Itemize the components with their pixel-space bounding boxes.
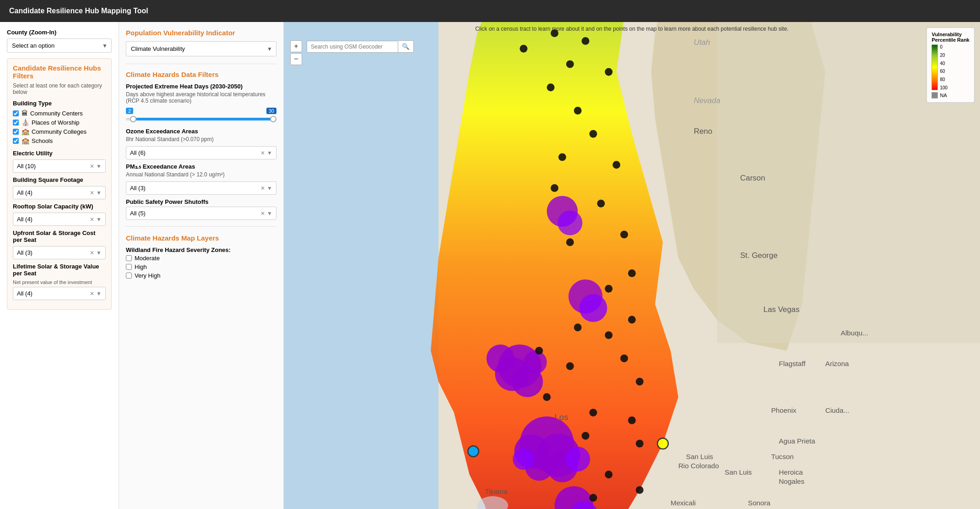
legend-na-box	[931, 92, 938, 99]
community-centers-checkbox[interactable]	[13, 110, 19, 116]
rooftop-solar-expand[interactable]: ▼	[96, 216, 102, 223]
svg-point-46	[636, 440, 644, 448]
svg-point-42	[543, 393, 551, 401]
svg-point-27	[558, 153, 566, 161]
svg-point-36	[605, 331, 612, 339]
svg-point-44	[628, 416, 636, 424]
svg-point-18	[579, 294, 607, 322]
ozone-sublabel: 8hr National Standard (>0.070 ppm)	[126, 136, 276, 142]
rooftop-solar-controls: ✕ ▼	[90, 216, 102, 223]
schools-checkbox[interactable]	[13, 138, 19, 144]
svg-text:Arizona: Arizona	[825, 360, 849, 367]
pm-expand[interactable]: ▼	[267, 185, 272, 192]
ozone-clear[interactable]: ✕	[260, 150, 265, 156]
svg-point-30	[597, 200, 605, 208]
psps-dropdown[interactable]: All (5) ✕ ▼	[126, 207, 276, 220]
slider-track[interactable]	[126, 118, 276, 120]
upfront-solar-expand[interactable]: ▼	[96, 250, 102, 256]
lifetime-solar-dropdown[interactable]: All (4) ✕ ▼	[13, 287, 106, 300]
county-select[interactable]: Select an option	[7, 39, 111, 52]
lifetime-solar-controls: ✕ ▼	[90, 290, 102, 297]
building-sqft-controls: ✕ ▼	[90, 190, 102, 196]
community-centers-icon: 🏛	[22, 109, 28, 117]
lifetime-solar-expand[interactable]: ▼	[96, 290, 102, 297]
building-sqft-clear[interactable]: ✕	[90, 190, 94, 196]
legend-label-100: 100	[940, 85, 948, 90]
psps-expand[interactable]: ▼	[267, 210, 272, 217]
svg-point-37	[628, 316, 636, 323]
fire-very-high-checkbox[interactable]	[126, 273, 132, 279]
electric-utility-dropdown[interactable]: All (10) ✕ ▼	[13, 159, 106, 173]
map-controls: + −	[290, 40, 302, 65]
psps-clear[interactable]: ✕	[260, 210, 265, 217]
electric-utility-clear[interactable]: ✕	[90, 163, 94, 170]
climate-hazards-title: Climate Hazards Data Filters	[126, 71, 276, 78]
svg-text:Sonora: Sonora	[748, 499, 771, 507]
svg-point-54	[582, 37, 590, 45]
legend-bar: 0 20 40 60 80 100	[931, 44, 969, 90]
zoom-in-button[interactable]: +	[290, 40, 302, 52]
fire-high-checkbox[interactable]	[126, 264, 132, 270]
pm-clear[interactable]: ✕	[260, 185, 265, 192]
places-of-worship-checkbox[interactable]	[13, 120, 19, 126]
svg-point-55	[566, 60, 574, 68]
community-colleges-icon: 🏫	[22, 128, 29, 135]
psps-section: Public Safety Power Shutoffs All (5) ✕ ▼	[126, 198, 276, 220]
legend-na: NA	[931, 92, 969, 99]
electric-utility-expand[interactable]: ▼	[96, 163, 102, 170]
svg-point-26	[590, 130, 597, 138]
svg-text:Reno: Reno	[694, 127, 712, 136]
building-sqft-dropdown[interactable]: All (4) ✕ ▼	[13, 186, 106, 199]
legend-label-80: 80	[940, 77, 948, 82]
slider-thumb-min[interactable]	[130, 116, 136, 122]
slider-thumb-max[interactable]	[270, 116, 276, 122]
rooftop-solar-value: All (4)	[17, 216, 90, 223]
ozone-dropdown[interactable]: All (6) ✕ ▼	[126, 146, 276, 159]
community-colleges-checkbox[interactable]	[13, 129, 19, 135]
climate-hazards-section: Climate Hazards Data Filters Projected E…	[126, 71, 276, 220]
rooftop-solar-dropdown[interactable]: All (4) ✕ ▼	[13, 213, 106, 226]
pm-label: PM₂.₅ Exceedance Areas	[126, 163, 276, 170]
rooftop-solar-clear[interactable]: ✕	[90, 216, 94, 223]
svg-text:Tucson: Tucson	[771, 453, 794, 460]
svg-text:Mexicali: Mexicali	[671, 499, 696, 507]
ozone-section: Ozone Exceedance Areas 8hr National Stan…	[126, 128, 276, 159]
map-layers-title: Climate Hazards Map Layers	[126, 234, 276, 242]
legend-label-60: 60	[940, 69, 948, 74]
upfront-solar-clear[interactable]: ✕	[90, 250, 94, 256]
fire-moderate-checkbox[interactable]	[126, 255, 132, 261]
svg-text:Nevada: Nevada	[694, 96, 720, 105]
filters-title: Candidate Resilience Hubs Filters	[13, 64, 106, 80]
ozone-expand[interactable]: ▼	[267, 150, 272, 156]
rooftop-solar-label: Rooftop Solar Capacity (kW)	[13, 203, 106, 210]
search-button[interactable]: 🔍	[398, 40, 414, 53]
filters-section: Candidate Resilience Hubs Filters Select…	[7, 58, 112, 310]
svg-point-34	[605, 285, 612, 293]
lifetime-solar-clear[interactable]: ✕	[90, 290, 94, 297]
svg-point-28	[612, 161, 620, 169]
building-sqft-expand[interactable]: ▼	[96, 190, 102, 196]
county-dropdown-wrapper[interactable]: Select an option ▼	[7, 38, 112, 53]
svg-text:San Luis: San Luis	[725, 468, 752, 476]
upfront-solar-label: Upfront Solar & Storage Cost per Seat	[13, 230, 106, 243]
svg-point-20	[558, 211, 582, 235]
population-dropdown[interactable]: Climate Vulnerability	[126, 42, 276, 56]
pm-section: PM₂.₅ Exceedance Areas Annual National S…	[126, 163, 276, 195]
population-dropdown-wrapper[interactable]: Climate Vulnerability ▼	[126, 41, 276, 56]
community-centers-label: Community Centers	[30, 110, 83, 117]
left-sidebar: County (Zoom-In) Select an option ▼ Cand…	[0, 22, 119, 509]
electric-utility-value: All (10)	[17, 163, 90, 170]
legend-na-label: NA	[940, 93, 947, 98]
map-panel[interactable]: Click on a census tract to learn more ab…	[284, 22, 980, 509]
upfront-solar-dropdown[interactable]: All (3) ✕ ▼	[13, 246, 106, 259]
map-svg[interactable]: Boise Reno Carson St. George Las Vegas M…	[284, 22, 980, 509]
app-header: Candidate Resilience Hub Mapping Tool	[0, 0, 980, 22]
svg-point-45	[582, 432, 590, 440]
electric-utility-controls: ✕ ▼	[90, 163, 102, 170]
svg-text:Agua Prieta: Agua Prieta	[779, 437, 816, 445]
pm-dropdown[interactable]: All (3) ✕ ▼	[126, 181, 276, 195]
zoom-out-button[interactable]: −	[290, 53, 302, 65]
heat-slider-container: 2 30	[126, 108, 276, 120]
search-input[interactable]	[307, 41, 398, 53]
electric-utility-label: Electric Utility	[13, 150, 106, 157]
